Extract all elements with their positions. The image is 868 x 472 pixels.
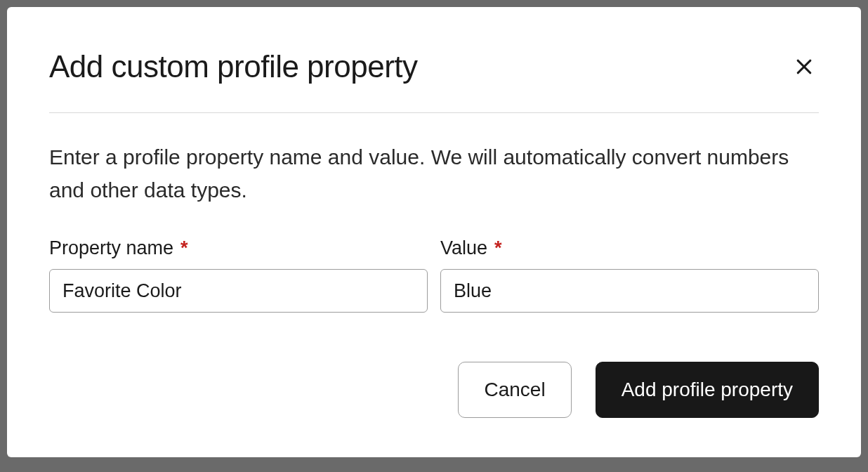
property-name-input[interactable] [49, 269, 428, 313]
form-row: Property name * Value * [49, 237, 819, 313]
required-asterisk-icon: * [180, 237, 188, 259]
add-property-modal: Add custom profile property Enter a prof… [7, 7, 861, 457]
required-asterisk-icon: * [494, 237, 502, 259]
cancel-button[interactable]: Cancel [458, 362, 571, 418]
close-icon [794, 56, 815, 77]
modal-footer: Cancel Add profile property [49, 362, 819, 418]
modal-description: Enter a profile property name and value.… [49, 141, 819, 206]
property-name-field: Property name * [49, 237, 428, 313]
value-input[interactable] [440, 269, 819, 313]
close-button[interactable] [789, 52, 819, 81]
value-field: Value * [440, 237, 819, 313]
modal-title: Add custom profile property [49, 49, 418, 84]
property-name-label-text: Property name [49, 237, 173, 259]
property-name-label: Property name * [49, 237, 428, 259]
value-label: Value * [440, 237, 819, 259]
value-label-text: Value [440, 237, 487, 259]
modal-header: Add custom profile property [49, 49, 819, 113]
add-profile-property-button[interactable]: Add profile property [596, 362, 819, 418]
